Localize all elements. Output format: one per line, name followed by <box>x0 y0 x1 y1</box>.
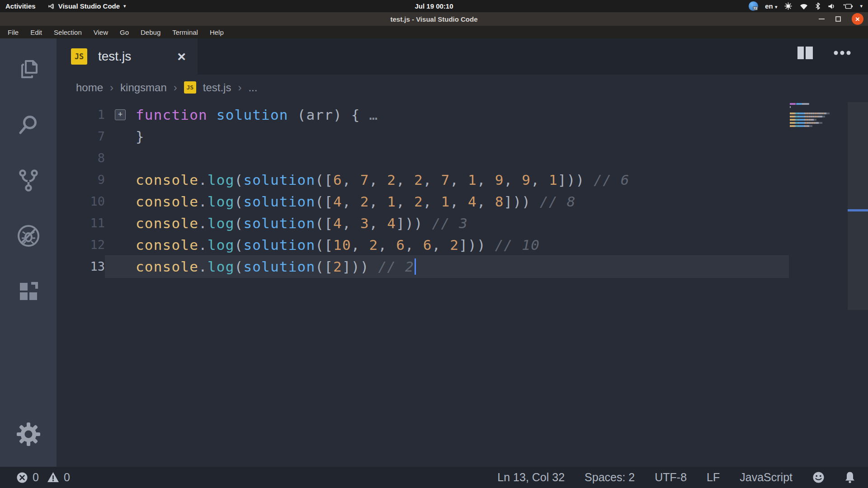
line-number: 1 <box>57 104 105 126</box>
text-cursor <box>415 258 416 275</box>
clock[interactable]: Jul 19 00:10 <box>415 2 453 10</box>
window-title-bar[interactable]: test.js - Visual Studio Code × <box>0 12 868 26</box>
warnings-count[interactable]: 0 <box>64 471 70 484</box>
code-line-12[interactable]: 12console.log(solution([10, 2, 6, 6, 2])… <box>57 234 868 256</box>
code-line-9[interactable]: 9console.log(solution([6, 7, 2, 2, 7, 1,… <box>57 169 868 191</box>
language-mode[interactable]: JavaScript <box>740 471 793 484</box>
code-line-7[interactable]: 7} <box>57 126 868 147</box>
eol-sequence[interactable]: LF <box>707 471 720 484</box>
line-content[interactable]: console.log(solution([4, 3, 4])) // 3 <box>105 212 789 234</box>
breadcrumb-separator-icon: › <box>238 81 241 94</box>
js-file-icon: JS <box>184 81 196 94</box>
battery-charging-icon <box>842 3 853 9</box>
volume-icon <box>827 3 835 10</box>
code-line-11[interactable]: 11console.log(solution([4, 3, 4])) // 3 <box>57 212 868 234</box>
tab-label: test.js <box>98 49 131 64</box>
close-button[interactable]: × <box>852 13 863 25</box>
maximize-button[interactable] <box>835 16 841 22</box>
line-content[interactable]: } <box>105 126 789 147</box>
extensions-icon[interactable] <box>0 263 57 319</box>
minimize-button[interactable] <box>819 19 825 19</box>
code-lines: 1+function solution (arr) { …7}89console… <box>57 104 868 277</box>
line-content[interactable]: +function solution (arr) { … <box>105 104 789 126</box>
cursor-position[interactable]: Ln 13, Col 32 <box>497 471 565 484</box>
overview-ruler-cursor-mark <box>848 209 868 211</box>
keyboard-layout-indicator[interactable]: en ▾ <box>765 2 777 10</box>
breadcrumb: home›kingsman›JStest.js›... <box>57 75 868 100</box>
menu-help[interactable]: Help <box>204 28 230 36</box>
menu-terminal[interactable]: Terminal <box>166 28 204 36</box>
tab-close-icon[interactable]: × <box>177 49 186 64</box>
line-number: 11 <box>57 212 105 234</box>
settings-gear-icon[interactable] <box>0 406 57 462</box>
tab-testjs[interactable]: JS test.js × <box>57 38 198 75</box>
encoding[interactable]: UTF-8 <box>655 471 687 484</box>
breadcrumb-item[interactable]: ... <box>248 81 257 94</box>
status-bar: 0 0 Ln 13, Col 32 Spaces: 2 UTF-8 LF Jav… <box>0 467 868 488</box>
line-content[interactable]: console.log(solution([2])) // 2 <box>105 256 789 277</box>
bluetooth-icon <box>815 2 821 10</box>
code-line-1[interactable]: 1+function solution (arr) { … <box>57 104 868 126</box>
app-menu-label: Visual Studio Code <box>58 2 120 10</box>
chevron-down-icon: ▾ <box>775 4 778 9</box>
js-file-icon: JS <box>71 48 87 65</box>
code-editor[interactable]: 1+function solution (arr) { …7}89console… <box>57 100 868 467</box>
line-content[interactable]: console.log(solution([4, 2, 1, 2, 1, 4, … <box>105 191 789 212</box>
indentation[interactable]: Spaces: 2 <box>585 471 635 484</box>
system-menu-chevron-icon[interactable]: ▾ <box>860 3 863 9</box>
line-content[interactable]: console.log(solution([6, 7, 2, 2, 7, 1, … <box>105 169 789 191</box>
breadcrumb-item[interactable]: kingsman <box>120 81 167 94</box>
scrollbar-slider[interactable] <box>848 102 868 310</box>
activity-bar <box>0 38 57 467</box>
minimap[interactable] <box>790 103 844 128</box>
errors-count[interactable]: 0 <box>33 471 39 484</box>
menu-debug[interactable]: Debug <box>135 28 166 36</box>
split-editor-icon[interactable] <box>797 47 813 59</box>
scrollbar[interactable] <box>848 100 868 467</box>
source-control-icon[interactable] <box>0 152 57 208</box>
wifi-icon <box>799 3 808 10</box>
breadcrumb-item[interactable]: home <box>76 81 103 94</box>
app-menu[interactable]: Visual Studio Code ▾ <box>47 2 126 10</box>
tab-bar: JS test.js × <box>57 38 868 75</box>
more-actions-icon[interactable] <box>834 51 851 55</box>
window-title: test.js - Visual Studio Code <box>390 15 477 23</box>
line-number: 12 <box>57 234 105 256</box>
brightness-icon <box>784 2 793 10</box>
menu-edit[interactable]: Edit <box>24 28 48 36</box>
code-line-8[interactable]: 8 <box>57 147 868 169</box>
chevron-down-icon: ▾ <box>123 3 126 9</box>
warnings-icon[interactable] <box>47 472 59 483</box>
menu-view[interactable]: View <box>88 28 114 36</box>
line-number: 8 <box>57 147 105 169</box>
activities-button[interactable]: Activities <box>5 2 36 10</box>
search-icon[interactable] <box>0 97 57 152</box>
vscode-logo-icon <box>47 3 55 10</box>
line-number: 10 <box>57 191 105 212</box>
explorer-icon[interactable] <box>0 41 57 97</box>
code-line-10[interactable]: 10console.log(solution([4, 2, 1, 2, 1, 4… <box>57 191 868 212</box>
line-content[interactable]: console.log(solution([10, 2, 6, 6, 2])) … <box>105 234 789 256</box>
line-number: 9 <box>57 169 105 191</box>
breadcrumb-separator-icon: › <box>110 81 113 94</box>
errors-icon[interactable] <box>16 472 28 483</box>
breadcrumb-item[interactable]: test.js <box>203 81 231 94</box>
menu-bar: FileEditSelectionViewGoDebugTerminalHelp <box>0 26 868 38</box>
menu-go[interactable]: Go <box>114 28 135 36</box>
breadcrumb-separator-icon: › <box>174 81 177 94</box>
menu-selection[interactable]: Selection <box>48 28 88 36</box>
notifications-bell-icon[interactable] <box>844 471 855 483</box>
debug-icon[interactable] <box>0 208 57 263</box>
line-content[interactable] <box>105 147 789 169</box>
code-line-13[interactable]: 13console.log(solution([2])) // 2 <box>57 256 868 277</box>
line-number: 13 <box>57 256 105 277</box>
fold-expand-button[interactable]: + <box>115 109 126 120</box>
feedback-smiley-icon[interactable] <box>812 471 825 483</box>
line-number: 7 <box>57 126 105 147</box>
desktop-top-bar: Activities Visual Studio Code ▾ Jul 19 0… <box>0 0 868 12</box>
weather-applet-icon[interactable]: 72 <box>749 1 758 11</box>
editor-group: JS test.js × home›kingsman›JStest.js›...… <box>57 38 868 467</box>
system-tray[interactable]: 72 en ▾ ▾ <box>749 1 868 11</box>
menu-file[interactable]: File <box>2 28 24 36</box>
